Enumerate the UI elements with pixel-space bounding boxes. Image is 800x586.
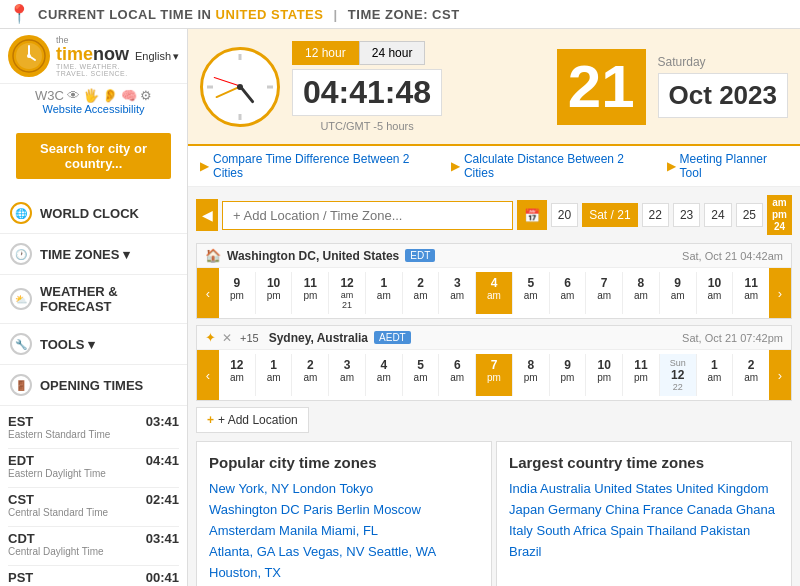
tz-pst: PST 00:41 Pacific Standard Time xyxy=(8,570,179,586)
analog-clock xyxy=(200,47,280,127)
popular-city-section: Popular city time zones New York, NY Lon… xyxy=(196,441,492,586)
plus-icon: + xyxy=(207,413,214,427)
logo-name: timenow xyxy=(56,45,129,63)
location-row-sydney: ✦ ✕ +15 Sydney, Australia AEDT Sat, Oct … xyxy=(196,325,792,401)
city-link-manila[interactable]: Manila xyxy=(279,523,317,538)
calendar-dayofweek: Saturday xyxy=(658,55,788,69)
city-link-tokyo[interactable]: Tokyo xyxy=(339,481,373,496)
city-link-amsterdam[interactable]: Amsterdam xyxy=(209,523,275,538)
search-button[interactable]: Search for city or country... xyxy=(16,133,171,179)
chevron-down-icon: ▾ xyxy=(173,50,179,63)
close-sydney-button[interactable]: ✕ xyxy=(222,331,232,345)
popular-city-title: Popular city time zones xyxy=(209,454,479,471)
accessibility-icons: W3C 👁 🖐 👂 🧠 ⚙ xyxy=(4,88,183,103)
accessibility-link[interactable]: Website Accessibility xyxy=(4,103,183,115)
date-tab-20[interactable]: 20 xyxy=(551,203,578,227)
digital-clock: 04:41:48 xyxy=(292,69,442,116)
city-link-seattle[interactable]: Seattle, WA xyxy=(368,544,436,559)
distance-link[interactable]: ▶ Calculate Distance Between 2 Cities xyxy=(451,152,651,180)
clock-section: 12 hour 24 hour 04:41:48 UTC/GMT -5 hour… xyxy=(188,29,800,146)
tz-cst: CST 02:41 Central Standard Time xyxy=(8,492,179,518)
left-nav-icon: ◀ xyxy=(196,199,218,231)
location-pin-icon: 📍 xyxy=(8,3,30,25)
country-link-germany[interactable]: Germany xyxy=(548,502,601,517)
country-link-ghana[interactable]: Ghana xyxy=(736,502,775,517)
language-selector[interactable]: English ▾ xyxy=(135,50,179,63)
svg-point-4 xyxy=(27,54,31,58)
scroll-left-sydney[interactable]: ‹ xyxy=(197,350,219,400)
current-time-label: CURRENT LOCAL TIME IN UNITED STATES | TI… xyxy=(38,7,460,22)
city-link-berlin[interactable]: Berlin xyxy=(336,502,369,517)
calendar-icon[interactable]: 📅 xyxy=(517,200,547,230)
nav-opening-times[interactable]: 🚪 OPENING TIMES xyxy=(0,365,187,406)
sydney-offset: +15 xyxy=(240,332,259,344)
country-link-australia[interactable]: Australia xyxy=(540,481,591,496)
calendar-display: 21 Saturday Oct 2023 xyxy=(557,49,788,125)
city-link-newyork[interactable]: New York, NY xyxy=(209,481,289,496)
24hour-button[interactable]: 24 hour xyxy=(359,41,426,65)
city-link-paris[interactable]: Paris xyxy=(303,502,333,517)
add-location-button[interactable]: + + Add Location xyxy=(196,407,309,433)
country-link-india[interactable]: India xyxy=(509,481,537,496)
country-link-pakistan[interactable]: Pakistan xyxy=(700,523,750,538)
date-tab-24[interactable]: 24 xyxy=(704,203,731,227)
country-link-japan[interactable]: Japan xyxy=(509,502,544,517)
add-location-input[interactable] xyxy=(222,201,513,230)
top-bar: 📍 CURRENT LOCAL TIME IN UNITED STATES | … xyxy=(0,0,800,29)
city-link-houston[interactable]: Houston, TX xyxy=(209,565,281,580)
country-link-france[interactable]: France xyxy=(643,502,683,517)
ampm-toggle[interactable]: ampm24 xyxy=(767,195,792,235)
scroll-right-washington[interactable]: › xyxy=(769,268,791,318)
date-tab-25[interactable]: 25 xyxy=(736,203,763,227)
city-link-miami[interactable]: Miami, FL xyxy=(321,523,378,538)
date-tab-22[interactable]: 22 xyxy=(642,203,669,227)
arrow-icon3: ▶ xyxy=(667,159,676,173)
city-link-lasvegas[interactable]: Las Vegas, NV xyxy=(278,544,364,559)
city-link-dc[interactable]: Washington DC xyxy=(209,502,300,517)
12hour-button[interactable]: 12 hour xyxy=(292,41,359,65)
logo-icon xyxy=(8,35,50,77)
home-icon: 🏠 xyxy=(205,248,221,263)
country-link-china[interactable]: China xyxy=(605,502,639,517)
date-nav-row: ◀ 📅 20 Sat / 21 22 23 24 25 ampm24 xyxy=(196,195,792,235)
date-tab-23[interactable]: 23 xyxy=(673,203,700,227)
nav-time-zones[interactable]: 🕐 TIME ZONES ▾ xyxy=(0,234,187,275)
country-link-canada[interactable]: Canada xyxy=(687,502,733,517)
city-link-moscow[interactable]: Moscow xyxy=(373,502,421,517)
utc-offset: UTC/GMT -5 hours xyxy=(292,120,442,132)
sidebar: the timenow TIME. WEATHER. TRAVEL. SCIEN… xyxy=(0,29,188,586)
country-link-thailand[interactable]: Thailand xyxy=(647,523,697,538)
planner-link[interactable]: ▶ Meeting Planner Tool xyxy=(667,152,788,180)
time-display: 12 hour 24 hour 04:41:48 UTC/GMT -5 hour… xyxy=(292,41,442,132)
links-row: ▶ Compare Time Difference Between 2 Citi… xyxy=(188,146,800,187)
nav-world-clock[interactable]: 🌐 WORLD CLOCK xyxy=(0,193,187,234)
location-time-info-washington: Sat, Oct 21 04:42am xyxy=(682,250,783,262)
nav-tools[interactable]: 🔧 TOOLS ▾ xyxy=(0,324,187,365)
scroll-left-washington[interactable]: ‹ xyxy=(197,268,219,318)
city-link-atlanta[interactable]: Atlanta, GA xyxy=(209,544,275,559)
arrow-icon2: ▶ xyxy=(451,159,460,173)
location-name-washington: Washington DC, United States xyxy=(227,249,399,263)
arrow-icon: ▶ xyxy=(200,159,209,173)
logo-tagline: TIME. WEATHER. TRAVEL. SCIENCE. xyxy=(56,63,129,77)
nav-weather[interactable]: ⛅ WEATHER & FORECAST xyxy=(0,275,187,324)
country-link-spain[interactable]: Spain xyxy=(610,523,643,538)
country-link-us[interactable]: United States xyxy=(594,481,672,496)
aedt-badge: AEDT xyxy=(374,331,411,344)
edt-badge: EDT xyxy=(405,249,435,262)
date-tab-sat21[interactable]: Sat / 21 xyxy=(582,203,637,227)
scroll-right-sydney[interactable]: › xyxy=(769,350,791,400)
world-clock-area: ◀ 📅 20 Sat / 21 22 23 24 25 ampm24 🏠 Was… xyxy=(188,187,800,586)
tz-edt: EDT 04:41 Eastern Daylight Time xyxy=(8,453,179,479)
country-link-brazil[interactable]: Brazil xyxy=(509,544,542,559)
country-link-italy[interactable]: Italy xyxy=(509,523,533,538)
popular-country-section: Largest country time zones India Austral… xyxy=(496,441,792,586)
timezone-list: EST 03:41 Eastern Standard Time EDT 04:4… xyxy=(0,406,187,586)
country-link-uk[interactable]: United Kingdom xyxy=(676,481,769,496)
compare-link[interactable]: ▶ Compare Time Difference Between 2 Citi… xyxy=(200,152,435,180)
location-name-sydney: Sydney, Australia xyxy=(269,331,368,345)
star-icon: ✦ xyxy=(205,330,216,345)
city-link-london[interactable]: London xyxy=(293,481,336,496)
location-row-washington: 🏠 Washington DC, United States EDT Sat, … xyxy=(196,243,792,319)
country-link-southafrica[interactable]: South Africa xyxy=(536,523,606,538)
